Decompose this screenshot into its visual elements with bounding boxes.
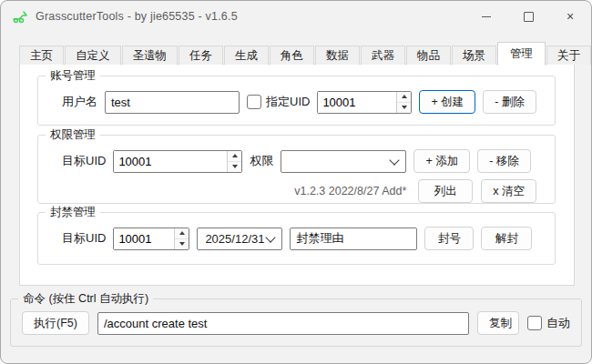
tab-item[interactable]: 物品: [406, 46, 451, 65]
minimize-button[interactable]: [465, 1, 507, 32]
close-icon: ×: [566, 10, 574, 23]
chevron-down-icon: [390, 155, 400, 165]
command-input[interactable]: [97, 312, 469, 335]
tab-bar: 主页 自定义 圣遗物 任务 生成 角色 数据 武器 物品 场景 管理 关于 ◀ …: [19, 42, 573, 65]
spin-buttons: [174, 228, 189, 249]
close-button[interactable]: ×: [549, 1, 591, 32]
specify-uid-checkbox[interactable]: 指定UID: [247, 94, 310, 110]
spin-buttons: [396, 92, 411, 113]
title-bar: GrasscutterTools - by jie65535 - v1.6.5 …: [1, 1, 591, 32]
tab-spawn[interactable]: 生成: [224, 46, 269, 65]
ban-button[interactable]: 封号: [424, 227, 474, 250]
tab-scene[interactable]: 场景: [452, 46, 496, 65]
spin-down-button[interactable]: [397, 103, 411, 113]
account-uid-spinner: [317, 91, 412, 114]
ban-target-uid-label: 目标UID: [62, 230, 106, 247]
permission-combobox[interactable]: [281, 150, 406, 173]
spin-up-button[interactable]: [397, 92, 411, 103]
triangle-down-icon: [232, 165, 238, 168]
tab-manage[interactable]: 管理: [497, 42, 546, 66]
ban-date-value: 2025/12/31: [205, 232, 267, 246]
username-input[interactable]: [105, 91, 240, 114]
account-uid-input[interactable]: [318, 92, 396, 113]
ban-date-picker[interactable]: 2025/12/31: [197, 228, 282, 250]
auto-checkbox[interactable]: 自动: [527, 315, 570, 331]
triangle-down-icon: [179, 242, 185, 246]
ban-management-group: 封禁管理 目标UID 2025/12/31 封号 解封: [37, 212, 556, 265]
checkbox-icon: [247, 95, 261, 109]
tab-quest[interactable]: 任务: [179, 46, 223, 65]
ban-group-title: 封禁管理: [46, 205, 100, 220]
ban-reason-input[interactable]: [290, 228, 417, 250]
maximize-icon: [524, 12, 534, 22]
spin-up-button[interactable]: [175, 228, 189, 239]
checkbox-icon: [527, 316, 542, 330]
triangle-up-icon: [179, 231, 185, 235]
ban-target-uid-spinner: [113, 228, 189, 250]
triangle-up-icon: [232, 154, 238, 157]
specify-uid-label: 指定UID: [266, 94, 310, 110]
auto-label: 自动: [546, 315, 570, 331]
spin-down-button[interactable]: [228, 162, 241, 172]
create-account-button[interactable]: + 创建: [419, 90, 475, 114]
copy-button[interactable]: 复制: [477, 311, 519, 335]
tab-home[interactable]: 主页: [19, 46, 64, 65]
tab-about[interactable]: 关于: [546, 46, 591, 65]
remove-permission-button[interactable]: - 移除: [477, 149, 531, 173]
tab-custom[interactable]: 自定义: [65, 46, 121, 65]
tab-avatar[interactable]: 角色: [270, 46, 314, 65]
account-management-group: 账号管理 用户名 指定UID + 创建 - 删除: [37, 76, 556, 126]
perm-target-uid-label: 目标UID: [62, 153, 106, 169]
delete-account-button[interactable]: - 删除: [483, 90, 536, 114]
account-group-title: 账号管理: [46, 68, 100, 84]
command-group: 命令 (按住 Ctrl 自动执行) 执行(F5) 复制 自动: [10, 298, 582, 347]
spin-buttons: [227, 151, 241, 172]
perm-target-uid-spinner: [113, 150, 242, 173]
triangle-up-icon: [402, 95, 407, 98]
spin-up-button[interactable]: [228, 151, 241, 162]
tab-weapon[interactable]: 武器: [361, 46, 405, 65]
triangle-down-icon: [402, 106, 407, 109]
tab-stats[interactable]: 数据: [315, 46, 360, 65]
grasscutter-logo-icon: [12, 9, 28, 24]
spin-down-button[interactable]: [175, 239, 189, 249]
tab-artifact[interactable]: 圣遗物: [122, 46, 179, 65]
permission-version-note: v1.2.3 2022/8/27 Add*: [294, 185, 406, 197]
chevron-down-icon: [266, 232, 276, 242]
manage-tab-page: 账号管理 用户名 指定UID + 创建 - 删除: [19, 64, 575, 286]
list-permissions-button[interactable]: 列出: [418, 179, 473, 203]
window-title: GrasscutterTools - by jie65535 - v1.6.5: [36, 10, 238, 23]
username-label: 用户名: [62, 94, 97, 110]
execute-button[interactable]: 执行(F5): [22, 311, 89, 335]
permission-management-group: 权限管理 目标UID 权限 + 添加 - 移除: [37, 135, 556, 204]
perm-target-uid-input[interactable]: [114, 151, 227, 172]
app-window: GrasscutterTools - by jie65535 - v1.6.5 …: [0, 0, 592, 364]
clear-permissions-button[interactable]: x 清空: [481, 179, 536, 203]
permission-group-title: 权限管理: [46, 127, 100, 143]
window-controls: ×: [465, 1, 591, 32]
minimize-icon: [482, 16, 491, 17]
unban-button[interactable]: 解封: [481, 227, 532, 250]
ban-target-uid-input[interactable]: [114, 228, 174, 249]
command-group-title: 命令 (按住 Ctrl 自动执行): [18, 291, 153, 307]
add-permission-button[interactable]: + 添加: [413, 149, 470, 173]
maximize-button[interactable]: [507, 1, 549, 32]
permission-label: 权限: [250, 153, 273, 169]
